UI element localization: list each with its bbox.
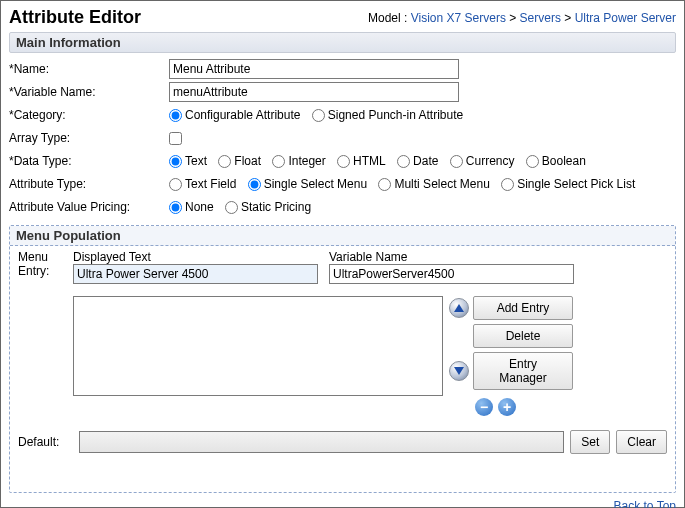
clear-button[interactable]: Clear	[616, 430, 667, 454]
dt-html-label: HTML	[353, 154, 386, 168]
category-signed-radio[interactable]	[312, 109, 325, 122]
array-type-checkbox[interactable]	[169, 132, 182, 145]
dt-float-radio[interactable]	[218, 155, 231, 168]
avp-label: Attribute Value Pricing:	[9, 200, 169, 214]
at-textfield-label: Text Field	[185, 177, 236, 191]
breadcrumb-link-3[interactable]: Ultra Power Server	[575, 11, 676, 25]
at-single-label: Single Select Menu	[264, 177, 367, 191]
dt-integer-label: Integer	[288, 154, 325, 168]
data-type-label: *Data Type:	[9, 154, 169, 168]
breadcrumb-prefix: Model :	[368, 11, 407, 25]
displayed-text-input[interactable]	[73, 264, 318, 284]
avp-static-label: Static Pricing	[241, 200, 311, 214]
at-multi-label: Multi Select Menu	[394, 177, 489, 191]
add-entry-button[interactable]: Add Entry	[473, 296, 573, 320]
name-input[interactable]	[169, 59, 459, 79]
back-to-top-link[interactable]: Back to Top	[614, 499, 676, 508]
at-multi-radio[interactable]	[378, 178, 391, 191]
displayed-text-header: Displayed Text	[73, 250, 321, 264]
add-icon[interactable]: +	[498, 398, 516, 416]
page-title: Attribute Editor	[9, 7, 141, 28]
menu-population-legend: Menu Population	[10, 226, 675, 246]
dt-boolean-label: Boolean	[542, 154, 586, 168]
entry-manager-button[interactable]: Entry Manager	[473, 352, 573, 390]
menu-population-section: Menu Population MenuEntry: Displayed Tex…	[9, 225, 676, 493]
dt-date-radio[interactable]	[397, 155, 410, 168]
move-down-icon[interactable]	[449, 361, 469, 381]
dt-currency-radio[interactable]	[450, 155, 463, 168]
category-configurable-radio[interactable]	[169, 109, 182, 122]
menu-listbox[interactable]	[73, 296, 443, 396]
at-single-radio[interactable]	[248, 178, 261, 191]
dt-currency-label: Currency	[466, 154, 515, 168]
variable-name-header: Variable Name	[329, 250, 577, 264]
menu-variable-name-input[interactable]	[329, 264, 574, 284]
dt-integer-radio[interactable]	[272, 155, 285, 168]
avp-static-radio[interactable]	[225, 201, 238, 214]
at-textfield-radio[interactable]	[169, 178, 182, 191]
header-row: Attribute Editor Model : Vision X7 Serve…	[9, 7, 676, 28]
dt-text-label: Text	[185, 154, 207, 168]
back-to-top: Back to Top	[9, 499, 676, 508]
dt-html-radio[interactable]	[337, 155, 350, 168]
array-type-label: Array Type:	[9, 131, 169, 145]
category-configurable-label: Configurable Attribute	[185, 108, 300, 122]
dt-boolean-radio[interactable]	[526, 155, 539, 168]
remove-icon[interactable]: −	[475, 398, 493, 416]
default-input	[79, 431, 564, 453]
default-label: Default:	[18, 435, 73, 449]
dt-text-radio[interactable]	[169, 155, 182, 168]
attribute-type-label: Attribute Type:	[9, 177, 169, 191]
category-signed-label: Signed Punch-in Attribute	[328, 108, 463, 122]
breadcrumb-sep: >	[564, 11, 571, 25]
avp-none-label: None	[185, 200, 214, 214]
avp-none-radio[interactable]	[169, 201, 182, 214]
dt-float-label: Float	[234, 154, 261, 168]
breadcrumb-sep: >	[509, 11, 516, 25]
breadcrumb-link-2[interactable]: Servers	[520, 11, 561, 25]
section-main-info: Main Information	[9, 32, 676, 53]
at-picklist-radio[interactable]	[501, 178, 514, 191]
name-label: *Name:	[9, 62, 169, 76]
variable-name-label: *Variable Name:	[9, 85, 169, 99]
attribute-editor-panel: Attribute Editor Model : Vision X7 Serve…	[0, 0, 685, 508]
set-button[interactable]: Set	[570, 430, 610, 454]
breadcrumb: Model : Vision X7 Servers > Servers > Ul…	[368, 11, 676, 25]
move-up-icon[interactable]	[449, 298, 469, 318]
category-label: *Category:	[9, 108, 169, 122]
menu-entry-label: MenuEntry:	[18, 250, 73, 284]
at-picklist-label: Single Select Pick List	[517, 177, 635, 191]
breadcrumb-link-1[interactable]: Vision X7 Servers	[411, 11, 506, 25]
variable-name-input[interactable]	[169, 82, 459, 102]
delete-button[interactable]: Delete	[473, 324, 573, 348]
dt-date-label: Date	[413, 154, 438, 168]
